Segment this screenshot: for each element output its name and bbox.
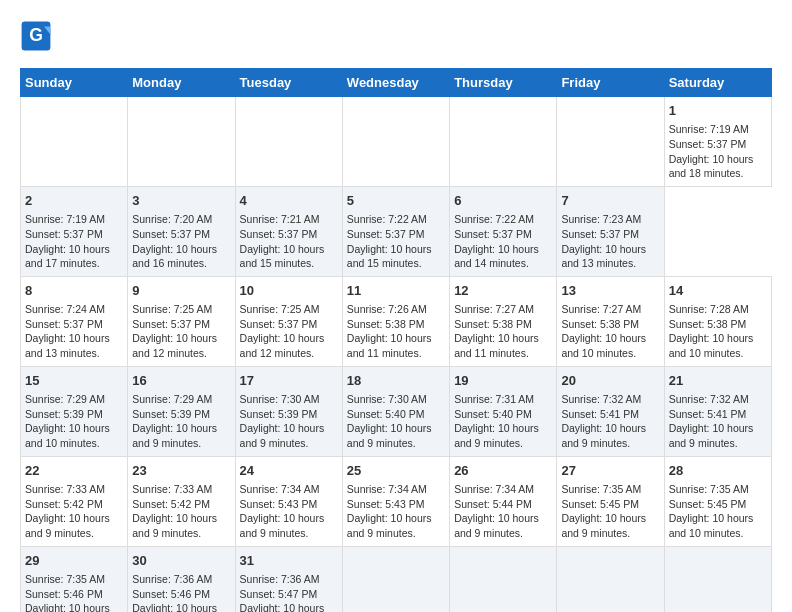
empty-cell [450, 97, 557, 187]
calendar-cell-21: 21Sunrise: 7:32 AMSunset: 5:41 PMDayligh… [664, 366, 771, 456]
calendar-cell-17: 17Sunrise: 7:30 AMSunset: 5:39 PMDayligh… [235, 366, 342, 456]
calendar-cell-18: 18Sunrise: 7:30 AMSunset: 5:40 PMDayligh… [342, 366, 449, 456]
header-monday: Monday [128, 69, 235, 97]
calendar-body: 1Sunrise: 7:19 AMSunset: 5:37 PMDaylight… [21, 97, 772, 613]
calendar-cell-24: 24Sunrise: 7:34 AMSunset: 5:43 PMDayligh… [235, 456, 342, 546]
calendar-cell-4: 4Sunrise: 7:21 AMSunset: 5:37 PMDaylight… [235, 186, 342, 276]
calendar-cell-3: 3Sunrise: 7:20 AMSunset: 5:37 PMDaylight… [128, 186, 235, 276]
header-saturday: Saturday [664, 69, 771, 97]
calendar-week-1: 1Sunrise: 7:19 AMSunset: 5:37 PMDaylight… [21, 97, 772, 187]
empty-cell [557, 546, 664, 612]
calendar-cell-25: 25Sunrise: 7:34 AMSunset: 5:43 PMDayligh… [342, 456, 449, 546]
empty-cell [128, 97, 235, 187]
empty-cell [235, 97, 342, 187]
empty-cell [342, 546, 449, 612]
calendar-cell-2: 2Sunrise: 7:19 AMSunset: 5:37 PMDaylight… [21, 186, 128, 276]
calendar-cell-22: 22Sunrise: 7:33 AMSunset: 5:42 PMDayligh… [21, 456, 128, 546]
header: G [20, 20, 772, 52]
empty-cell [557, 97, 664, 187]
calendar-cell-20: 20Sunrise: 7:32 AMSunset: 5:41 PMDayligh… [557, 366, 664, 456]
calendar-cell-8: 8Sunrise: 7:24 AMSunset: 5:37 PMDaylight… [21, 276, 128, 366]
calendar-week-3: 8Sunrise: 7:24 AMSunset: 5:37 PMDaylight… [21, 276, 772, 366]
logo: G [20, 20, 56, 52]
calendar-week-5: 22Sunrise: 7:33 AMSunset: 5:42 PMDayligh… [21, 456, 772, 546]
calendar-cell-27: 27Sunrise: 7:35 AMSunset: 5:45 PMDayligh… [557, 456, 664, 546]
calendar-cell-12: 12Sunrise: 7:27 AMSunset: 5:38 PMDayligh… [450, 276, 557, 366]
calendar-cell-11: 11Sunrise: 7:26 AMSunset: 5:38 PMDayligh… [342, 276, 449, 366]
header-row: SundayMondayTuesdayWednesdayThursdayFrid… [21, 69, 772, 97]
calendar-cell-14: 14Sunrise: 7:28 AMSunset: 5:38 PMDayligh… [664, 276, 771, 366]
calendar-header: SundayMondayTuesdayWednesdayThursdayFrid… [21, 69, 772, 97]
calendar-cell-26: 26Sunrise: 7:34 AMSunset: 5:44 PMDayligh… [450, 456, 557, 546]
calendar-week-6: 29Sunrise: 7:35 AMSunset: 5:46 PMDayligh… [21, 546, 772, 612]
empty-cell [342, 97, 449, 187]
calendar-cell-9: 9Sunrise: 7:25 AMSunset: 5:37 PMDaylight… [128, 276, 235, 366]
calendar-cell-6: 6Sunrise: 7:22 AMSunset: 5:37 PMDaylight… [450, 186, 557, 276]
calendar-table: SundayMondayTuesdayWednesdayThursdayFrid… [20, 68, 772, 612]
header-sunday: Sunday [21, 69, 128, 97]
calendar-week-4: 15Sunrise: 7:29 AMSunset: 5:39 PMDayligh… [21, 366, 772, 456]
empty-cell [450, 546, 557, 612]
calendar-cell-7: 7Sunrise: 7:23 AMSunset: 5:37 PMDaylight… [557, 186, 664, 276]
calendar-cell-29: 29Sunrise: 7:35 AMSunset: 5:46 PMDayligh… [21, 546, 128, 612]
calendar-cell-1: 1Sunrise: 7:19 AMSunset: 5:37 PMDaylight… [664, 97, 771, 187]
header-friday: Friday [557, 69, 664, 97]
empty-cell [21, 97, 128, 187]
header-thursday: Thursday [450, 69, 557, 97]
calendar-cell-23: 23Sunrise: 7:33 AMSunset: 5:42 PMDayligh… [128, 456, 235, 546]
calendar-cell-16: 16Sunrise: 7:29 AMSunset: 5:39 PMDayligh… [128, 366, 235, 456]
calendar-cell-13: 13Sunrise: 7:27 AMSunset: 5:38 PMDayligh… [557, 276, 664, 366]
calendar-cell-15: 15Sunrise: 7:29 AMSunset: 5:39 PMDayligh… [21, 366, 128, 456]
calendar-cell-10: 10Sunrise: 7:25 AMSunset: 5:37 PMDayligh… [235, 276, 342, 366]
calendar-cell-31: 31Sunrise: 7:36 AMSunset: 5:47 PMDayligh… [235, 546, 342, 612]
empty-cell [664, 546, 771, 612]
calendar-cell-19: 19Sunrise: 7:31 AMSunset: 5:40 PMDayligh… [450, 366, 557, 456]
calendar-cell-5: 5Sunrise: 7:22 AMSunset: 5:37 PMDaylight… [342, 186, 449, 276]
calendar-cell-28: 28Sunrise: 7:35 AMSunset: 5:45 PMDayligh… [664, 456, 771, 546]
header-wednesday: Wednesday [342, 69, 449, 97]
svg-text:G: G [29, 25, 43, 45]
calendar-week-2: 2Sunrise: 7:19 AMSunset: 5:37 PMDaylight… [21, 186, 772, 276]
logo-icon: G [20, 20, 52, 52]
calendar-cell-30: 30Sunrise: 7:36 AMSunset: 5:46 PMDayligh… [128, 546, 235, 612]
header-tuesday: Tuesday [235, 69, 342, 97]
